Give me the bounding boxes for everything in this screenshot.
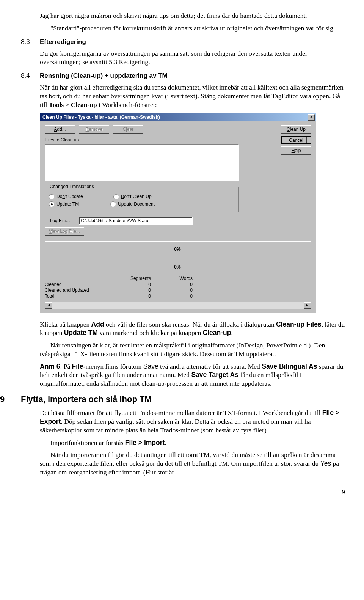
section-num-9: 9 bbox=[0, 394, 21, 405]
sec84-p1c: i Workbench-fönstret: bbox=[97, 101, 157, 108]
after-p1: Klicka på knappen Add och välj de filer … bbox=[40, 320, 345, 338]
row-label: Cleaned and Updated bbox=[45, 287, 113, 294]
viewlog-button[interactable]: View Log File... bbox=[45, 227, 84, 236]
t: . bbox=[165, 439, 166, 446]
scroll-left-icon[interactable]: ◄ bbox=[45, 302, 52, 309]
scroll-right-icon[interactable]: ► bbox=[304, 302, 311, 309]
t: Save bbox=[143, 363, 158, 370]
row-words: 0 bbox=[162, 294, 193, 300]
dialog-titlebar[interactable]: Clean Up Files - Tyska - bilar - avtal (… bbox=[40, 113, 316, 121]
t: . Döp sedan filen på vanligt sätt och sa… bbox=[40, 418, 311, 434]
section-title-83: Efterredigering bbox=[40, 38, 86, 46]
row-words: 0 bbox=[162, 282, 193, 288]
t: vara markerad och klickar på knappen bbox=[98, 329, 202, 336]
after-p2: När rensningen är klar, är resultatet en… bbox=[40, 341, 345, 358]
t: Save Bilingual As bbox=[262, 363, 317, 370]
group-legend: Changed Translations bbox=[48, 184, 96, 190]
cancel-button[interactable]: Cancel bbox=[281, 136, 311, 144]
section-title-84: Rensning (Clean-up) + uppdatering av TM bbox=[40, 72, 168, 80]
t: Yes bbox=[320, 460, 331, 467]
sec9-p3: När du importerar en fil gör du det anti… bbox=[40, 451, 345, 476]
add-button[interactable]: Add... bbox=[45, 125, 75, 134]
hdr-segments: Segments bbox=[113, 276, 162, 282]
changed-translations-group: Changed Translations Don't Update Don't … bbox=[45, 187, 239, 212]
sec83-body: Du gör korrigeringarna av översättningen… bbox=[40, 49, 345, 67]
t: Update TM bbox=[64, 329, 98, 336]
t: File > Import bbox=[125, 439, 165, 446]
row-seg: 0 bbox=[113, 287, 162, 294]
progress-2-label: 0% bbox=[45, 263, 310, 271]
t: Anm 6 bbox=[40, 363, 60, 370]
t: File bbox=[72, 363, 83, 370]
radio-dont-update[interactable]: Don't Update bbox=[49, 194, 83, 200]
section-num-83: 8.3 bbox=[21, 38, 40, 46]
row-words: 0 bbox=[162, 287, 193, 294]
t: Det bästa filformatet för att flytta ett… bbox=[40, 409, 322, 416]
close-icon[interactable]: × bbox=[308, 114, 315, 121]
sec84-p1: När du har gjort all efterredigering ska… bbox=[40, 83, 345, 109]
summary-row: Cleaned and Updated 0 0 bbox=[45, 287, 193, 294]
hdr-words: Words bbox=[162, 276, 193, 282]
t: . bbox=[231, 329, 232, 336]
radio-dont-cleanup[interactable]: Don't Clean Up bbox=[113, 194, 152, 200]
help-button[interactable]: Help bbox=[281, 146, 311, 155]
files-label: Files to Clean up bbox=[45, 137, 311, 143]
t: Add bbox=[91, 320, 104, 328]
cleanup-button[interactable]: Clean Up bbox=[281, 125, 311, 134]
section-num-84: 8.4 bbox=[21, 72, 40, 80]
remove-button[interactable]: Remove bbox=[79, 125, 109, 134]
summary-row: Cleaned 0 0 bbox=[45, 282, 193, 288]
sec9-p2: Importfunktionen är förstås File > Impor… bbox=[40, 438, 345, 447]
row-seg: 0 bbox=[113, 294, 162, 300]
t: -menyn finns förutom bbox=[83, 363, 143, 370]
t: När du importerar en fil gör du det anti… bbox=[40, 451, 336, 467]
t: två andra alternativ för att spara. Med bbox=[158, 363, 262, 370]
page-number: 9 bbox=[21, 488, 345, 496]
section-9-heading: 9 Flytta, importera och slå ihop TM bbox=[21, 394, 345, 405]
progress-1-label: 0% bbox=[45, 245, 310, 253]
summary-row: Total 0 0 bbox=[45, 294, 193, 300]
summary-table: Segments Words Cleaned 0 0 Cleaned and U… bbox=[45, 276, 193, 299]
row-seg: 0 bbox=[113, 282, 162, 288]
section-8-4-heading: 8.4 Rensning (Clean-up) + uppdatering av… bbox=[21, 72, 345, 80]
t: Clean-up bbox=[203, 329, 231, 336]
t: Save Target As bbox=[191, 371, 238, 379]
section-8-3-heading: 8.3 Efterredigering bbox=[21, 38, 345, 46]
sec9-p1: Det bästa filformatet för att flytta ett… bbox=[40, 408, 345, 434]
radio-update-tm[interactable]: Update TM bbox=[49, 201, 79, 207]
row-label: Cleaned bbox=[45, 282, 113, 288]
t: Clean-up Files bbox=[276, 320, 322, 328]
files-listbox[interactable] bbox=[45, 144, 239, 181]
t: Importfunktionen är förstås bbox=[50, 439, 125, 446]
row-label: Total bbox=[45, 294, 113, 300]
horizontal-scrollbar[interactable]: ◄ ► bbox=[45, 302, 311, 309]
clear-button[interactable]: Clear bbox=[113, 125, 143, 134]
dialog-title: Clean Up Files - Tyska - bilar - avtal (… bbox=[42, 115, 160, 121]
t: : På bbox=[60, 363, 72, 370]
t: och välj de filer som ska rensas. När du… bbox=[104, 320, 276, 328]
intro-p1: Jag har gjort några makron och skrivit n… bbox=[40, 11, 345, 20]
cleanup-dialog: Clean Up Files - Tyska - bilar - avtal (… bbox=[40, 113, 316, 313]
radio-update-document[interactable]: Update Document bbox=[110, 201, 155, 207]
logfile-path[interactable]: C:\Jobb\Gitta Sandsten\VW Statu bbox=[79, 217, 193, 225]
sec84-p1b: Tools > Clean-up bbox=[49, 101, 97, 108]
anm6: Anm 6: På File-menyn finns förutom Save … bbox=[40, 362, 345, 388]
logfile-button[interactable]: Log File... bbox=[45, 217, 75, 225]
progress-bar-2: 0% bbox=[45, 263, 310, 271]
t: Klicka på knappen bbox=[40, 320, 91, 328]
progress-bar-1: 0% bbox=[45, 245, 310, 253]
intro-p2: "Standard"-proceduren för korrekturutskr… bbox=[40, 24, 345, 33]
section-title-9: Flytta, importera och slå ihop TM bbox=[21, 394, 152, 405]
